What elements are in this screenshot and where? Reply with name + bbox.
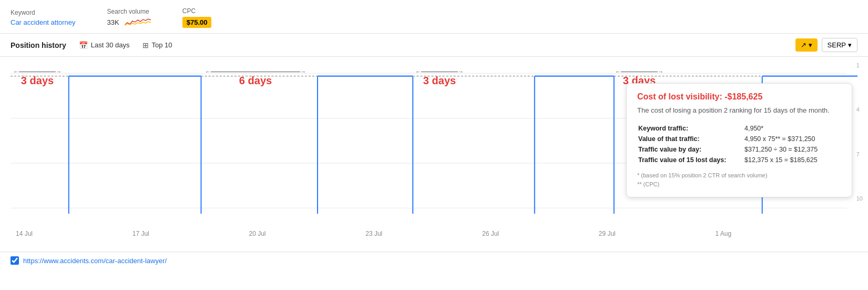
x-label-1: 17 Jul bbox=[132, 230, 149, 237]
position-history-label: Position history bbox=[11, 41, 66, 49]
top-10-label: Top 10 bbox=[152, 41, 172, 49]
toolbar-row: Position history 📅 Last 30 days ⊞ Top 10… bbox=[0, 34, 868, 57]
duration-label-3: 3 days bbox=[423, 75, 456, 87]
row-value-2: $371,250 ÷ 30 = $12,375 bbox=[744, 145, 840, 154]
table-row: Value of that traffic: 4,950 x 75** = $3… bbox=[638, 134, 840, 144]
url-text: https://www.accidents.com/car-accident-l… bbox=[23, 257, 167, 265]
tooltip-subtitle: The cost of losing a position 2 ranking … bbox=[637, 106, 841, 115]
top-10-item[interactable]: ⊞ Top 10 bbox=[142, 41, 172, 49]
tooltip-table: Keyword traffic: 4,950* Value of that tr… bbox=[637, 123, 841, 166]
footnote-2: ** (CPC) bbox=[637, 180, 841, 189]
chart-icon: ↗ bbox=[801, 41, 806, 49]
duration-2: ← → 6 days bbox=[205, 68, 306, 87]
duration-label-2: 6 days bbox=[239, 75, 272, 87]
chart-area: 14 Jul 17 Jul 20 Jul 23 Jul 26 Jul 29 Ju… bbox=[0, 57, 868, 252]
search-volume-value-row: 33K bbox=[107, 17, 151, 28]
x-label-4: 26 Jul bbox=[482, 230, 499, 237]
row-value-3: $12,375 x 15 = $185,625 bbox=[744, 155, 840, 165]
keyword-row: Keyword Car accident attorney Search vol… bbox=[0, 0, 868, 34]
search-volume-col: Search volume 33K bbox=[107, 8, 151, 28]
x-label-2: 20 Jul bbox=[249, 230, 266, 237]
row-label-3: Traffic value of 15 lost days: bbox=[638, 155, 743, 165]
search-volume-value: 33K bbox=[107, 18, 119, 26]
y-axis-labels: 1 4 7 10 bbox=[856, 62, 863, 202]
footnote-1: * (based on 15% position 2 CTR of search… bbox=[637, 171, 841, 180]
duration-3: ← → 3 days bbox=[415, 68, 464, 87]
sparkline-icon bbox=[125, 17, 151, 28]
y-label-10: 10 bbox=[856, 195, 863, 202]
row-value-0: 4,950* bbox=[744, 124, 840, 133]
last-30-days-label: Last 30 days bbox=[91, 41, 130, 49]
duration-label-1: 3 days bbox=[21, 75, 54, 87]
table-row: Traffic value of 15 lost days: $12,375 x… bbox=[638, 155, 840, 165]
keyword-value: Car accident attorney bbox=[11, 18, 76, 26]
calendar-icon: 📅 bbox=[79, 41, 88, 49]
url-checkbox[interactable] bbox=[11, 256, 19, 265]
grid-icon: ⊞ bbox=[142, 41, 149, 49]
tooltip-footnotes: * (based on 15% position 2 CTR of search… bbox=[637, 171, 841, 188]
tooltip-title-value: -$185,625 bbox=[724, 92, 762, 101]
url-row: https://www.accidents.com/car-accident-l… bbox=[0, 252, 868, 269]
row-label-0: Keyword traffic: bbox=[638, 124, 743, 133]
cpc-col: CPC $75.00 bbox=[182, 7, 212, 28]
tooltip-box: Cost of lost visibility: -$185,625 The c… bbox=[626, 83, 852, 197]
x-label-0: 14 Jul bbox=[16, 230, 33, 237]
last-30-days-item[interactable]: 📅 Last 30 days bbox=[79, 41, 130, 49]
x-label-spacer bbox=[831, 230, 852, 237]
row-label-2: Traffic value by day: bbox=[638, 145, 743, 154]
y-label-1: 1 bbox=[856, 62, 863, 68]
duration-1: ← → 3 days bbox=[13, 68, 62, 87]
tooltip-title: Cost of lost visibility: -$185,625 bbox=[637, 92, 841, 102]
y-label-7: 7 bbox=[856, 151, 863, 157]
serp-button[interactable]: SERP ▾ bbox=[822, 38, 857, 52]
table-row: Keyword traffic: 4,950* bbox=[638, 124, 840, 133]
cpc-label: CPC bbox=[182, 7, 212, 15]
row-label-1: Value of that traffic: bbox=[638, 134, 743, 144]
x-label-3: 23 Jul bbox=[365, 230, 382, 237]
cpc-badge: $75.00 bbox=[182, 17, 212, 28]
row-value-1: 4,950 x 75** = $371,250 bbox=[744, 134, 840, 144]
tooltip-title-static: Cost of lost visibility: bbox=[637, 92, 724, 101]
table-row: Traffic value by day: $371,250 ÷ 30 = $1… bbox=[638, 145, 840, 154]
search-volume-label: Search volume bbox=[107, 8, 151, 15]
serp-label: SERP bbox=[828, 41, 846, 49]
x-axis-labels: 14 Jul 17 Jul 20 Jul 23 Jul 26 Jul 29 Ju… bbox=[11, 230, 857, 237]
x-label-5: 29 Jul bbox=[599, 230, 616, 237]
y-label-4: 4 bbox=[856, 106, 863, 113]
chart-view-button[interactable]: ↗ ▾ bbox=[795, 38, 818, 52]
keyword-col: Keyword Car accident attorney bbox=[11, 9, 76, 26]
toolbar-right: ↗ ▾ SERP ▾ bbox=[795, 38, 857, 52]
serp-chevron: ▾ bbox=[848, 41, 852, 49]
x-label-6: 1 Aug bbox=[716, 230, 732, 237]
chart-btn-chevron: ▾ bbox=[809, 41, 812, 49]
keyword-label: Keyword bbox=[11, 9, 76, 16]
